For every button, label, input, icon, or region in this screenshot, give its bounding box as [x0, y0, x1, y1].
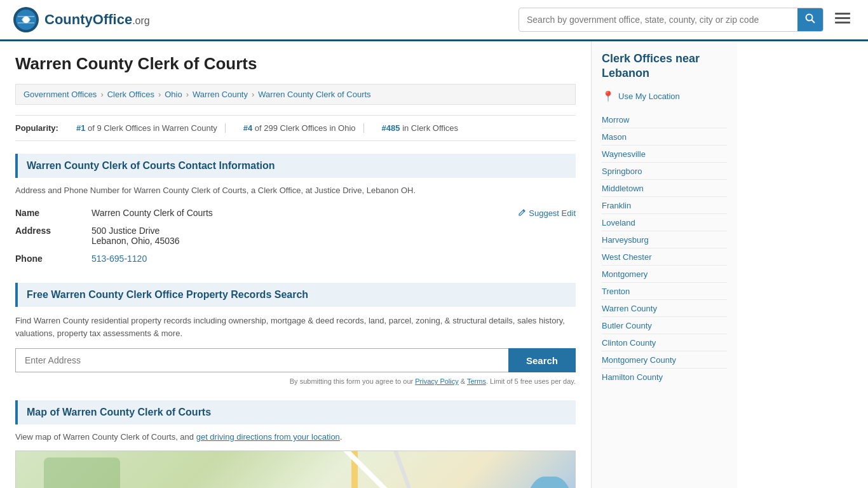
property-search-section: Free Warren County Clerk Office Property…: [15, 283, 576, 385]
sidebar-link-springboro[interactable]: Springboro: [602, 166, 642, 176]
contact-table: Name Warren County Clerk of Courts Sugge…: [15, 204, 576, 268]
list-item: West Chester: [602, 248, 727, 266]
list-item: Trenton: [602, 283, 727, 300]
terms-link[interactable]: Terms: [467, 377, 486, 385]
list-item: Mason: [602, 128, 727, 146]
privacy-policy-link[interactable]: Privacy Policy: [415, 377, 458, 385]
contact-val-name: Warren County Clerk of Courts: [92, 208, 213, 218]
svg-line-4: [812, 20, 815, 24]
map-section: Map of Warren County Clerk of Courts Vie…: [15, 400, 576, 488]
logo-icon: [13, 6, 39, 33]
suggest-edit-link[interactable]: Suggest Edit: [517, 208, 576, 218]
svg-rect-7: [835, 22, 850, 24]
contact-section-header: Warren County Clerk of Courts Contact In…: [15, 154, 576, 178]
svg-rect-5: [835, 13, 850, 15]
sidebar-link-butler-county[interactable]: Butler County: [602, 321, 652, 330]
breadcrumb-sep-3: ›: [186, 90, 189, 99]
popularity-label: Popularity:: [15, 123, 58, 133]
list-item: Montgomery: [602, 266, 727, 283]
contact-key-name: Name: [15, 208, 92, 218]
use-my-location-link[interactable]: Use My Location: [618, 92, 680, 101]
phone-link[interactable]: 513-695-1120: [92, 254, 147, 264]
breadcrumb-ohio[interactable]: Ohio: [165, 90, 182, 99]
main-container: Warren County Clerk of Courts Government…: [0, 41, 868, 488]
contact-key-phone: Phone: [15, 254, 92, 264]
address-input[interactable]: [15, 348, 508, 372]
sidebar-link-morrow[interactable]: Morrow: [602, 115, 629, 125]
map-water: [524, 477, 575, 488]
property-search-button[interactable]: Search: [508, 348, 576, 372]
breadcrumb-clerk-offices[interactable]: Clerk Offices: [107, 90, 154, 99]
page-title: Warren County Clerk of Courts: [15, 54, 576, 74]
breadcrumb-sep-4: ›: [252, 90, 254, 99]
property-description: Find Warren County residential property …: [15, 315, 576, 339]
list-item: Middletown: [602, 180, 727, 197]
property-search-form: Search: [15, 348, 576, 372]
sidebar-link-franklin[interactable]: Franklin: [602, 201, 631, 210]
breadcrumb: Government Offices › Clerk Offices › Ohi…: [15, 84, 576, 105]
property-section-header: Free Warren County Clerk Office Property…: [15, 283, 576, 307]
header-search-input[interactable]: [519, 10, 797, 30]
contact-row-address: Address 500 Justice Drive Lebanon, Ohio,…: [15, 222, 576, 250]
sidebar-title: Clerk Offices near Lebanon: [602, 51, 727, 81]
content-area: Warren County Clerk of Courts Government…: [0, 41, 591, 488]
list-item: Montgomery County: [602, 351, 727, 369]
popularity-item-2: #4 of 299 Clerk Offices in Ohio: [236, 123, 364, 133]
menu-icon[interactable]: [830, 6, 855, 33]
location-pin-icon: 📍: [602, 90, 614, 102]
contact-val-address: 500 Justice Drive Lebanon, Ohio, 45036: [92, 226, 180, 246]
svg-rect-6: [835, 17, 850, 19]
contact-row-phone: Phone 513-695-1120: [15, 250, 576, 268]
sidebar-links-list: Morrow Mason Waynesville Springboro Midd…: [602, 111, 727, 385]
map-section-header: Map of Warren County Clerk of Courts: [15, 400, 576, 424]
list-item: Warren County: [602, 300, 727, 317]
contact-section: Warren County Clerk of Courts Contact In…: [15, 154, 576, 268]
breadcrumb-government-offices[interactable]: Government Offices: [24, 90, 97, 99]
list-item: Waynesville: [602, 146, 727, 163]
search-icon: [805, 13, 815, 24]
map-road-diagonal-2: [386, 451, 416, 488]
sidebar-link-montgomery[interactable]: Montgomery: [602, 269, 648, 279]
breadcrumb-sep-2: ›: [158, 90, 161, 99]
sidebar-link-hamilton-county[interactable]: Hamilton County: [602, 372, 663, 382]
breadcrumb-current[interactable]: Warren County Clerk of Courts: [258, 90, 370, 99]
map-description: View map of Warren County Clerk of Court…: [15, 432, 576, 442]
svg-point-2: [23, 17, 29, 23]
list-item: Butler County: [602, 317, 727, 334]
popularity-bar: Popularity: #1 of 9 Clerk Offices in War…: [15, 115, 576, 141]
breadcrumb-warren-county[interactable]: Warren County: [193, 90, 248, 99]
map-container[interactable]: Warren County Clerk of Courts View large…: [15, 451, 576, 488]
sidebar-link-waynesville[interactable]: Waynesville: [602, 149, 646, 159]
list-item: Morrow: [602, 111, 727, 128]
sidebar-link-west-chester[interactable]: West Chester: [602, 252, 652, 262]
list-item: Clinton County: [602, 334, 727, 351]
list-item: Loveland: [602, 214, 727, 231]
popularity-item-1: #1 of 9 Clerk Offices in Warren County: [69, 123, 226, 133]
sidebar-link-mason[interactable]: Mason: [602, 132, 627, 142]
contact-description: Address and Phone Number for Warren Coun…: [15, 186, 576, 195]
popularity-item-3: #485 in Clerk Offices: [374, 123, 466, 133]
logo: CountyOffice.org: [13, 6, 150, 33]
contact-key-address: Address: [15, 226, 92, 236]
sidebar-link-clinton-county[interactable]: Clinton County: [602, 338, 656, 348]
sidebar-link-loveland[interactable]: Loveland: [602, 218, 635, 227]
sidebar-link-harveysburg[interactable]: Harveysburg: [602, 235, 649, 245]
driving-directions-link[interactable]: get driving directions from your locatio…: [196, 432, 340, 442]
header-search-button[interactable]: [797, 8, 823, 31]
sidebar-link-trenton[interactable]: Trenton: [602, 287, 630, 296]
list-item: Springboro: [602, 163, 727, 180]
sidebar-link-middletown[interactable]: Middletown: [602, 184, 644, 193]
sidebar-location: 📍 Use My Location: [602, 90, 727, 102]
sidebar-link-warren-county[interactable]: Warren County: [602, 304, 657, 313]
breadcrumb-sep-1: ›: [100, 90, 103, 99]
map-background: [16, 451, 575, 488]
form-note: By submitting this form you agree to our…: [15, 377, 576, 385]
list-item: Harveysburg: [602, 231, 727, 248]
sidebar-link-montgomery-county[interactable]: Montgomery County: [602, 355, 676, 365]
suggest-edit-icon: [517, 208, 526, 217]
header: CountyOffice.org: [0, 0, 868, 41]
sidebar: Clerk Offices near Lebanon 📍 Use My Loca…: [591, 41, 737, 488]
svg-point-3: [806, 15, 813, 21]
list-item: Hamilton County: [602, 369, 727, 385]
header-right: [519, 6, 855, 33]
